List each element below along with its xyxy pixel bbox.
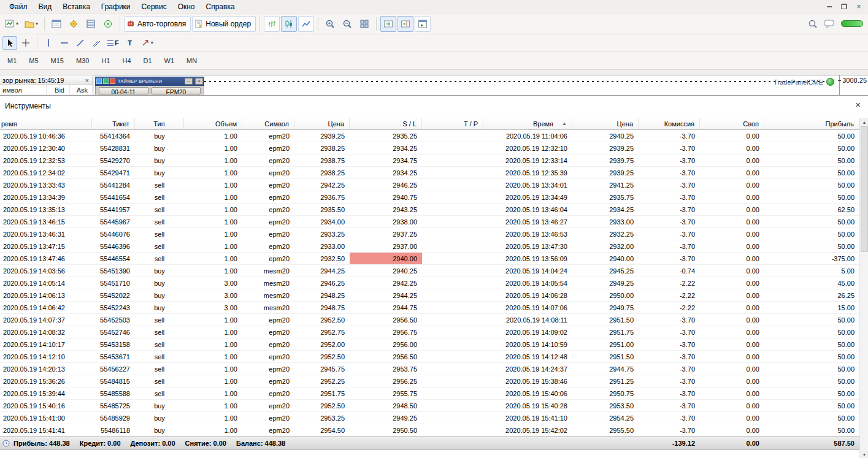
cell-close-time: 2020.05.19 15:40:06 xyxy=(483,387,572,399)
data-window-button[interactable] xyxy=(83,16,99,32)
menu-item[interactable]: Файл xyxy=(4,1,33,13)
new-chart-button[interactable]: ▾ xyxy=(2,16,21,32)
timer-symbol-button[interactable]: ЕРМ20 xyxy=(152,87,201,94)
history-row[interactable]: 2020.05.19 14:07:37 55452503 sell 1.00 e… xyxy=(0,314,859,326)
history-row[interactable]: 2020.05.19 13:47:15 55446396 sell 1.00 e… xyxy=(0,240,859,253)
scroll-up-button[interactable]: ▲ xyxy=(860,118,868,126)
vertical-line-tool-button[interactable] xyxy=(41,36,56,50)
col-close-price[interactable]: Цена xyxy=(572,118,639,129)
col-type[interactable]: Тип xyxy=(135,118,184,129)
history-row[interactable]: 2020.05.19 14:10:17 55453158 sell 1.00 e… xyxy=(0,338,859,351)
menu-item[interactable]: Окно xyxy=(172,1,201,13)
history-row[interactable]: 2020.05.19 15:41:41 55486118 buy 1.00 ep… xyxy=(0,424,859,437)
timeframe-button[interactable]: D1 xyxy=(137,55,158,67)
scroll-down-button[interactable]: ▼ xyxy=(860,450,868,458)
history-row[interactable]: 2020.05.19 13:33:43 55441284 sell 1.00 e… xyxy=(0,179,859,191)
menu-item[interactable]: Справка xyxy=(201,1,240,13)
crosshair-tool-button[interactable] xyxy=(18,36,33,50)
col-volume[interactable]: Объем xyxy=(184,118,242,129)
tile-windows-button[interactable] xyxy=(356,16,372,32)
terminal-button[interactable] xyxy=(48,16,64,32)
restore-button[interactable] xyxy=(838,2,850,11)
arrows-tool-button[interactable]: ▾ xyxy=(139,36,156,50)
market-watch-col-bid[interactable]: Bid xyxy=(47,85,70,94)
market-watch-button[interactable] xyxy=(66,16,82,32)
chart-area[interactable]: TradePanelCME 3008.25 ТАЙМЕР ВРЕМЕНИ – × xyxy=(94,75,868,95)
history-row[interactable]: 2020.05.19 13:47:46 55446554 sell 1.00 e… xyxy=(0,253,859,265)
history-row[interactable]: 2020.05.19 14:06:13 55452022 buy 3.00 me… xyxy=(0,289,859,302)
market-watch-close-icon[interactable]: × xyxy=(84,77,90,84)
col-ticket[interactable]: Тикет xyxy=(92,118,135,129)
col-sl[interactable]: S / L xyxy=(350,118,422,129)
zoom-in-button[interactable] xyxy=(322,16,338,32)
channel-tool-button[interactable] xyxy=(89,36,104,50)
history-row[interactable]: 2020.05.19 14:08:32 55452746 sell 1.00 e… xyxy=(0,326,859,338)
autotrade-button[interactable]: Авто-торговля xyxy=(124,16,191,32)
trendline-tool-button[interactable] xyxy=(73,36,88,50)
col-swap[interactable]: Своп xyxy=(700,118,764,129)
col-close-time[interactable]: Время ▲ xyxy=(483,118,572,129)
history-row[interactable]: 2020.05.19 14:03:56 55451390 buy 1.00 me… xyxy=(0,265,859,277)
history-row[interactable]: 2020.05.19 14:05:14 55451710 buy 3.00 me… xyxy=(0,277,859,289)
close-button[interactable]: × xyxy=(853,2,865,11)
history-row[interactable]: 2020.05.19 13:34:39 55441654 sell 1.00 e… xyxy=(0,191,859,204)
profiles-button[interactable]: ▾ xyxy=(22,16,40,32)
history-row[interactable]: 2020.05.19 13:46:31 55446076 sell 1.00 e… xyxy=(0,228,859,240)
history-row[interactable]: 2020.05.19 12:34:02 55429471 buy 1.00 ep… xyxy=(0,167,859,179)
timeframe-button[interactable]: MN xyxy=(180,55,203,67)
menu-item[interactable]: Графики xyxy=(96,1,136,13)
timeframe-button[interactable]: H1 xyxy=(95,55,116,67)
bar-chart-button[interactable] xyxy=(264,16,280,32)
col-profit[interactable]: Прибыль xyxy=(764,118,859,129)
auto-scroll-button[interactable] xyxy=(380,16,396,32)
candlestick-button[interactable] xyxy=(281,16,297,32)
timeframe-button[interactable]: M1 xyxy=(1,55,23,67)
timer-countdown-button[interactable]: 00-04-11 xyxy=(99,87,148,94)
col-symbol[interactable]: Символ xyxy=(242,118,294,129)
timeframe-button[interactable]: M5 xyxy=(23,55,44,67)
col-tp[interactable]: T / P xyxy=(422,118,483,129)
history-row[interactable]: 2020.05.19 12:30:40 55428831 buy 1.00 ep… xyxy=(0,142,859,155)
timer-minimize-button[interactable]: – xyxy=(185,78,193,85)
market-watch-col-ask[interactable]: Ask xyxy=(70,85,93,94)
history-row[interactable]: 2020.05.19 10:46:36 55414364 buy 1.00 ep… xyxy=(0,130,859,142)
history-row[interactable]: 2020.05.19 14:06:42 55452243 buy 3.00 me… xyxy=(0,302,859,314)
history-row[interactable]: 2020.05.19 14:12:10 55453671 sell 1.00 e… xyxy=(0,351,859,363)
history-row[interactable]: 2020.05.19 12:32:53 55429270 buy 1.00 ep… xyxy=(0,155,859,167)
navigator-button[interactable] xyxy=(100,16,116,32)
minimize-button[interactable] xyxy=(823,2,835,11)
new-order-button[interactable]: Новый ордер xyxy=(192,16,256,32)
timeframe-button[interactable]: W1 xyxy=(158,55,181,67)
history-row[interactable]: 2020.05.19 13:35:13 55441957 sell 1.00 e… xyxy=(0,204,859,216)
chart-shift-button[interactable] xyxy=(398,16,413,32)
vertical-scrollbar[interactable]: ▲ ▼ xyxy=(859,118,868,458)
history-row[interactable]: 2020.05.19 15:40:16 55485725 buy 1.00 ep… xyxy=(0,400,859,412)
horizontal-line-tool-button[interactable] xyxy=(57,36,72,50)
fibonacci-tool-button[interactable]: F xyxy=(105,36,121,50)
history-row[interactable]: 2020.05.19 13:46:15 55445967 sell 1.00 e… xyxy=(0,216,859,228)
history-row[interactable]: 2020.05.19 14:20:13 55456227 sell 1.00 e… xyxy=(0,363,859,375)
history-row[interactable]: 2020.05.19 15:36:26 55484815 sell 1.00 e… xyxy=(0,375,859,387)
strategy-tester-button[interactable] xyxy=(415,16,431,32)
timeframe-button[interactable]: H4 xyxy=(116,55,137,67)
timeframe-button[interactable]: M15 xyxy=(45,55,70,67)
col-open-price[interactable]: Цена xyxy=(294,118,350,129)
history-row[interactable]: 2020.05.19 15:39:44 55485588 sell 1.00 e… xyxy=(0,387,859,400)
zoom-out-button[interactable] xyxy=(339,16,355,32)
cursor-tool-button[interactable] xyxy=(2,36,17,50)
col-commission[interactable]: Комиссия xyxy=(639,118,700,129)
toolbox-close-icon[interactable]: × xyxy=(855,99,861,110)
search-icon[interactable] xyxy=(808,19,818,29)
line-chart-button[interactable] xyxy=(298,16,314,32)
text-tool-button[interactable]: T xyxy=(123,36,137,50)
menu-item[interactable]: Сервис xyxy=(136,1,172,13)
chat-icon[interactable] xyxy=(824,19,835,29)
timeframe-button[interactable]: M30 xyxy=(70,55,95,67)
col-open-time[interactable]: ремя xyxy=(0,118,92,129)
market-watch-col-symbol[interactable]: имвол xyxy=(0,85,47,94)
menu-item[interactable]: Вид xyxy=(33,1,58,13)
menu-item[interactable]: Вставка xyxy=(57,1,96,13)
timer-close-button[interactable]: × xyxy=(195,78,203,85)
history-row[interactable]: 2020.05.19 15:41:00 55485929 buy 1.00 ep… xyxy=(0,412,859,424)
scrollbar-thumb[interactable] xyxy=(861,126,868,252)
